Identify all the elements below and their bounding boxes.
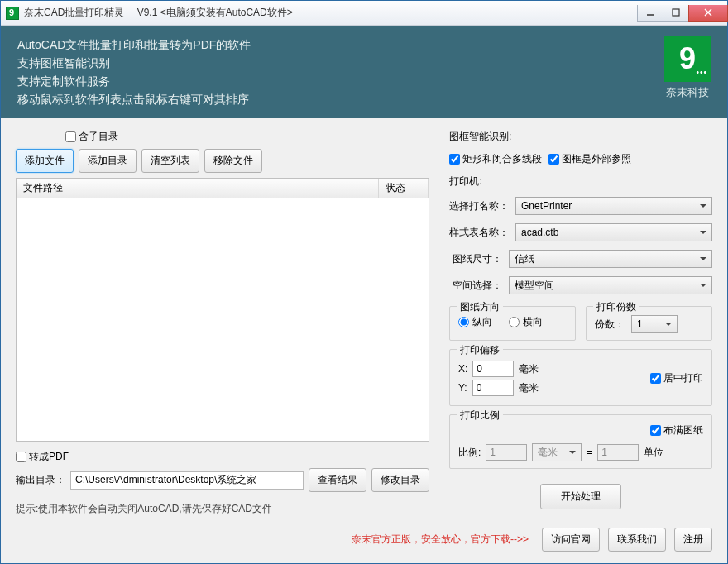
printer-select[interactable]: GnetPrinter <box>515 197 712 215</box>
style-label: 样式表名称： <box>449 226 509 240</box>
smart-detect-label: 图框智能识别: <box>449 130 712 144</box>
space-select[interactable]: 模型空间 <box>509 276 712 294</box>
copies-group: 打印份数 份数： 1 <box>586 306 712 341</box>
include-subdir-checkbox[interactable]: 含子目录 <box>65 130 118 144</box>
outdir-input[interactable] <box>70 471 304 490</box>
svg-rect-1 <box>673 9 679 16</box>
x-input[interactable] <box>472 361 514 377</box>
y-label: Y: <box>458 382 467 394</box>
clear-list-button[interactable]: 清空列表 <box>141 149 199 173</box>
paper-select[interactable]: 信纸 <box>509 250 712 268</box>
offset-group: 打印偏移 X:毫米 Y:毫米 居中打印 <box>449 349 712 406</box>
x-label: X: <box>458 363 467 375</box>
add-dir-button[interactable]: 添加目录 <box>79 149 136 173</box>
footer-promo: 奈末官方正版，安全放心，官方下载-->> <box>352 533 529 547</box>
add-file-button[interactable]: 添加文件 <box>16 149 74 173</box>
style-select[interactable]: acad.ctb <box>515 223 712 241</box>
banner-text: AutoCAD文件批量打印和批量转为PDF的软件 支持图框智能识别 支持定制软件… <box>17 36 251 108</box>
right-panel: 图框智能识别: 矩形和闭合多线段 图框是外部参照 打印机: 选择打名称：Gnet… <box>449 130 712 516</box>
scale-unit-select: 毫米 <box>532 443 582 461</box>
copies-label: 份数： <box>595 318 625 332</box>
center-print-checkbox[interactable]: 居中打印 <box>650 371 703 385</box>
rect-polyline-checkbox[interactable]: 矩形和闭合多线段 <box>449 152 542 166</box>
visit-site-button[interactable]: 访问官网 <box>542 528 600 552</box>
landscape-radio[interactable]: 横向 <box>509 315 543 329</box>
fill-paper-checkbox[interactable]: 布满图纸 <box>650 423 703 437</box>
register-button[interactable]: 注册 <box>674 528 712 552</box>
y-input[interactable] <box>472 380 514 396</box>
titlebar: 奈末CAD批量打印精灵 V9.1 <电脑须安装有AutoCAD软件> <box>1 1 727 26</box>
scale-group: 打印比例 布满图纸 比例: 毫米 = 单位 <box>449 414 712 469</box>
contact-us-button[interactable]: 联系我们 <box>608 528 666 552</box>
close-button[interactable] <box>688 5 728 22</box>
table-header: 文件路径 状态 <box>17 179 429 198</box>
left-panel: 含子目录 添加文件 添加目录 清空列表 移除文件 文件路径 状态 转成PDF 输… <box>16 130 429 516</box>
to-pdf-checkbox[interactable]: 转成PDF <box>16 450 69 464</box>
banner-line4: 移动鼠标到软件列表点击鼠标右键可对其排序 <box>17 90 251 108</box>
maximize-button[interactable] <box>663 5 689 22</box>
copies-select[interactable]: 1 <box>631 315 678 333</box>
brand-logo: 9••• 奈末科技 <box>664 36 711 100</box>
portrait-radio[interactable]: 纵向 <box>458 315 492 329</box>
output-section: 转成PDF 输出目录： 查看结果 修改目录 提示:使用本软件会自动关闭AutoC… <box>16 450 429 516</box>
banner: AutoCAD文件批量打印和批量转为PDF的软件 支持图框智能识别 支持定制软件… <box>1 26 727 118</box>
scale-v2-input <box>597 444 639 461</box>
window-buttons <box>637 5 727 22</box>
start-button[interactable]: 开始处理 <box>540 484 621 509</box>
app-icon <box>6 7 19 20</box>
banner-line2: 支持图框智能识别 <box>17 54 251 72</box>
remove-file-button[interactable]: 移除文件 <box>204 149 262 173</box>
space-label: 空间选择： <box>449 279 502 293</box>
banner-line1: AutoCAD文件批量打印和批量转为PDF的软件 <box>17 36 251 54</box>
logo-icon: 9••• <box>664 36 711 82</box>
paper-label: 图纸尺寸： <box>449 252 502 266</box>
orientation-group: 图纸方向 纵向 横向 <box>449 306 576 341</box>
file-table[interactable]: 文件路径 状态 <box>16 178 429 442</box>
scale-v1-input <box>486 444 527 461</box>
modify-dir-button[interactable]: 修改目录 <box>371 468 429 492</box>
view-result-button[interactable]: 查看结果 <box>309 468 366 492</box>
col-status[interactable]: 状态 <box>379 179 429 198</box>
external-ref-checkbox[interactable]: 图框是外部参照 <box>548 152 631 166</box>
col-path[interactable]: 文件路径 <box>17 179 379 198</box>
banner-line3: 支持定制软件服务 <box>17 72 251 90</box>
hint-text: 提示:使用本软件会自动关闭AutoCAD,请先保存好CAD文件 <box>16 502 429 516</box>
printer-header: 打印机: <box>449 174 712 189</box>
main-window: 奈末CAD批量打印精灵 V9.1 <电脑须安装有AutoCAD软件> AutoC… <box>0 0 728 564</box>
outdir-label: 输出目录： <box>16 473 65 487</box>
printer-name-label: 选择打名称： <box>449 199 509 213</box>
footer: 奈末官方正版，安全放心，官方下载-->> 访问官网 联系我们 注册 <box>1 521 727 563</box>
scale-label: 比例: <box>458 446 481 460</box>
brand-name: 奈末科技 <box>664 85 711 100</box>
file-button-row: 添加文件 添加目录 清空列表 移除文件 <box>16 149 429 173</box>
content: 含子目录 添加文件 添加目录 清空列表 移除文件 文件路径 状态 转成PDF 输… <box>1 118 727 521</box>
minimize-button[interactable] <box>637 5 663 22</box>
window-title: 奈末CAD批量打印精灵 V9.1 <电脑须安装有AutoCAD软件> <box>24 6 637 20</box>
